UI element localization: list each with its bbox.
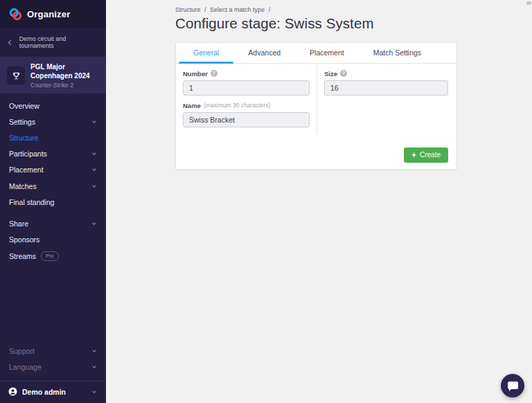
account-menu[interactable]: Demo admin <box>0 381 106 403</box>
page-title: Configure stage: Swiss System <box>175 15 532 32</box>
sidebar-item-label: Final standing <box>9 198 54 206</box>
back-to-circuit-link[interactable]: Demo circuit and tournaments <box>0 28 106 57</box>
size-input[interactable] <box>324 80 448 96</box>
pro-badge: Pro <box>41 251 59 261</box>
chevron-down-icon <box>92 348 96 352</box>
size-label-text: Size <box>324 70 337 78</box>
app-logo-row[interactable]: Organizer <box>0 0 106 28</box>
chevron-down-icon <box>92 221 96 225</box>
stage-form: Number ? Name (maximum 30 characters) Si… <box>176 64 456 134</box>
create-button[interactable]: + Create <box>404 147 448 163</box>
user-icon <box>8 387 17 396</box>
sidebar-item-structure[interactable]: Structure <box>0 129 106 145</box>
breadcrumb-separator: / <box>204 6 206 13</box>
tournament-selector[interactable]: PGL Major Copenhagen 2024 Counter-Strike… <box>0 57 106 93</box>
sidebar-item-sponsors[interactable]: Sponsors <box>0 232 106 248</box>
form-column-left: Number ? Name (maximum 30 characters) <box>176 64 317 134</box>
sidebar-item-matches[interactable]: Matches <box>0 178 106 194</box>
sidebar-item-label: Structure <box>9 134 39 142</box>
name-input[interactable] <box>183 112 310 127</box>
breadcrumb-match-type[interactable]: Select a match type <box>210 6 265 13</box>
chevron-down-icon <box>92 168 96 172</box>
sidebar-item-final-standing[interactable]: Final standing <box>0 194 106 210</box>
sidebar-item-placement[interactable]: Placement <box>0 162 106 178</box>
breadcrumb: Structure / Select a match type / <box>175 6 532 13</box>
chat-bubble-tail <box>509 388 512 391</box>
sidebar-item-label: Participants <box>9 150 47 158</box>
configure-stage-card: General Advanced Placement Match Setting… <box>175 42 457 170</box>
app-title: Organizer <box>27 9 70 19</box>
sidebar-item-settings[interactable]: Settings <box>0 114 106 129</box>
chevron-down-icon <box>92 119 96 123</box>
sidebar-spacer <box>0 265 106 343</box>
sidebar-item-label: Placement <box>9 165 44 174</box>
organizer-logo-icon <box>9 8 22 21</box>
number-label-text: Number <box>183 70 208 78</box>
chevron-down-icon <box>92 151 96 155</box>
plus-icon: + <box>411 151 416 159</box>
number-label: Number ? <box>183 70 310 78</box>
chat-widget-button[interactable] <box>501 374 524 397</box>
sidebar-item-label: Share <box>9 220 28 228</box>
chevron-down-icon <box>92 389 96 393</box>
main-content: Structure / Select a match type / Config… <box>107 0 532 403</box>
chevron-down-icon <box>92 183 96 188</box>
trophy-icon <box>7 66 25 84</box>
sidebar-item-label: Matches <box>9 182 37 190</box>
tab-advanced[interactable]: Advanced <box>233 43 295 63</box>
sidebar-item-label: Support <box>9 347 35 355</box>
name-hint: (maximum 30 characters) <box>204 102 270 109</box>
sidebar-item-label: Language <box>9 363 42 371</box>
chat-bubble-icon <box>508 382 518 389</box>
sidebar-item-streams[interactable]: Streams Pro <box>0 248 106 265</box>
name-label-text: Name <box>183 102 201 109</box>
tab-match-settings[interactable]: Match Settings <box>359 43 436 63</box>
sidebar-footer: Support Language Demo admin <box>0 343 106 403</box>
sidebar-item-label: Sponsors <box>9 235 39 244</box>
scrollbar-thumb[interactable] <box>526 1 531 5</box>
breadcrumb-structure[interactable]: Structure <box>175 6 201 13</box>
sidebar-item-share[interactable]: Share <box>0 215 106 231</box>
sidebar-item-language[interactable]: Language <box>0 359 106 375</box>
tournament-game: Counter-Strike 2 <box>30 82 99 89</box>
size-label: Size ? <box>324 70 448 78</box>
sidebar-item-label: Overview <box>9 102 39 110</box>
create-button-label: Create <box>420 151 441 159</box>
name-label: Name (maximum 30 characters) <box>183 102 310 109</box>
form-column-right: Size ? <box>317 64 456 134</box>
tab-placement[interactable]: Placement <box>295 43 359 63</box>
sidebar-item-overview[interactable]: Overview <box>0 98 106 114</box>
sidebar: Organizer Demo circuit and tournaments P… <box>0 0 106 403</box>
sidebar-item-label: Streams <box>9 252 36 260</box>
tab-bar: General Advanced Placement Match Setting… <box>176 43 456 64</box>
chevron-left-icon <box>8 40 13 45</box>
card-footer: + Create <box>176 134 456 169</box>
sidebar-item-participants[interactable]: Participants <box>0 146 106 162</box>
tournament-title: PGL Major Copenhagen 2024 <box>30 62 99 80</box>
number-input[interactable] <box>183 80 310 96</box>
back-link-label: Demo circuit and tournaments <box>19 35 97 49</box>
chevron-down-icon <box>92 365 96 369</box>
breadcrumb-separator: / <box>269 6 271 13</box>
sidebar-nav: Overview Settings Structure Participants… <box>0 93 106 265</box>
help-icon[interactable]: ? <box>340 70 347 77</box>
help-icon[interactable]: ? <box>211 70 218 77</box>
sidebar-item-label: Settings <box>9 118 35 126</box>
tab-general[interactable]: General <box>179 43 233 63</box>
sidebar-item-support[interactable]: Support <box>0 343 106 359</box>
account-label: Demo admin <box>22 388 66 396</box>
